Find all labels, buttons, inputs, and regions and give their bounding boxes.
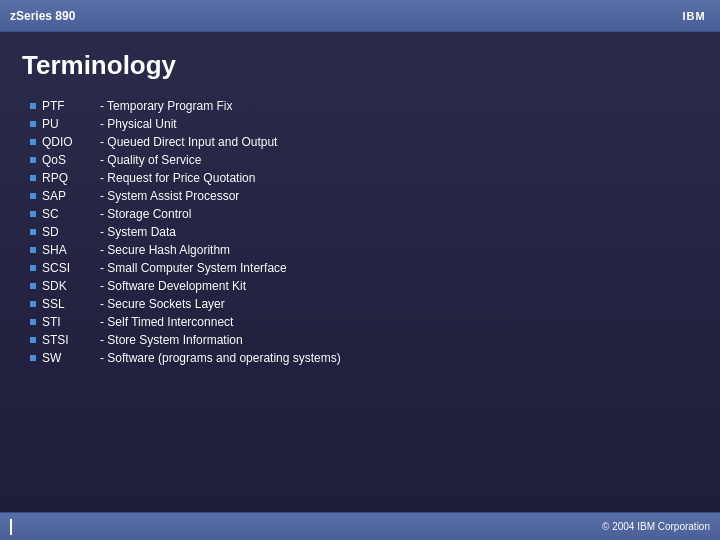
term-definition: - System Assist Processor [100, 187, 700, 205]
term-definition: - Storage Control [100, 205, 700, 223]
bullet-icon [30, 247, 36, 253]
ibm-logo: IBM [678, 8, 710, 24]
term-abbreviation: SD [42, 225, 59, 239]
footer-bar: © 2004 IBM Corporation [0, 512, 720, 540]
term-abbr: STI [30, 313, 100, 331]
term-abbr: RPQ [30, 169, 100, 187]
bullet-icon [30, 337, 36, 343]
bullet-icon [30, 193, 36, 199]
term-abbreviation: SAP [42, 189, 66, 203]
term-abbreviation: RPQ [42, 171, 68, 185]
footer-copyright: © 2004 IBM Corporation [602, 521, 710, 532]
term-definition: - Software Development Kit [100, 277, 700, 295]
term-abbr: QoS [30, 151, 100, 169]
term-abbreviation: SW [42, 351, 61, 365]
term-definition: - Small Computer System Interface [100, 259, 700, 277]
header-bar: zSeries 890 IBM [0, 0, 720, 32]
term-definition: - Store System Information [100, 331, 700, 349]
term-abbr: SHA [30, 241, 100, 259]
bullet-icon [30, 229, 36, 235]
bullet-icon [30, 175, 36, 181]
bullet-icon [30, 301, 36, 307]
term-abbreviation: SSL [42, 297, 65, 311]
term-definition: - System Data [100, 223, 700, 241]
term-abbr: SCSI [30, 259, 100, 277]
term-abbreviation: STI [42, 315, 61, 329]
main-content: Terminology PTF- Temporary Program FixPU… [0, 32, 720, 512]
term-abbr: QDIO [30, 133, 100, 151]
bullet-icon [30, 319, 36, 325]
term-definition: - Secure Hash Algorithm [100, 241, 700, 259]
term-abbreviation: STSI [42, 333, 69, 347]
term-definition: - Self Timed Interconnect [100, 313, 700, 331]
bullet-icon [30, 283, 36, 289]
term-definition: - Software (programs and operating syste… [100, 349, 700, 367]
term-abbreviation: SCSI [42, 261, 70, 275]
term-abbreviation: PU [42, 117, 59, 131]
bullet-icon [30, 139, 36, 145]
term-abbr: SDK [30, 277, 100, 295]
term-definition: - Quality of Service [100, 151, 700, 169]
term-abbreviation: SHA [42, 243, 67, 257]
term-abbreviation: SC [42, 207, 59, 221]
bullet-icon [30, 355, 36, 361]
page-title: Terminology [20, 50, 700, 81]
term-abbreviation: SDK [42, 279, 67, 293]
term-abbr: SAP [30, 187, 100, 205]
term-abbr: PU [30, 115, 100, 133]
term-definition: - Secure Sockets Layer [100, 295, 700, 313]
term-abbr: PTF [30, 97, 100, 115]
bullet-icon [30, 121, 36, 127]
bullet-icon [30, 103, 36, 109]
term-abbr: SW [30, 349, 100, 367]
footer-line [10, 519, 12, 535]
term-definition: - Queued Direct Input and Output [100, 133, 700, 151]
bullet-icon [30, 211, 36, 217]
term-definition: - Physical Unit [100, 115, 700, 133]
term-abbreviation: QDIO [42, 135, 73, 149]
header-title: zSeries 890 [10, 9, 75, 23]
term-abbr: SD [30, 223, 100, 241]
term-abbr: SSL [30, 295, 100, 313]
bullet-icon [30, 157, 36, 163]
term-definition: - Temporary Program Fix [100, 97, 700, 115]
term-abbr: STSI [30, 331, 100, 349]
bullet-icon [30, 265, 36, 271]
term-abbreviation: PTF [42, 99, 65, 113]
term-definition: - Request for Price Quotation [100, 169, 700, 187]
term-abbr: SC [30, 205, 100, 223]
terminology-list: PTF- Temporary Program FixPU- Physical U… [20, 97, 700, 367]
term-abbreviation: QoS [42, 153, 66, 167]
ibm-logo-text: IBM [682, 10, 705, 22]
